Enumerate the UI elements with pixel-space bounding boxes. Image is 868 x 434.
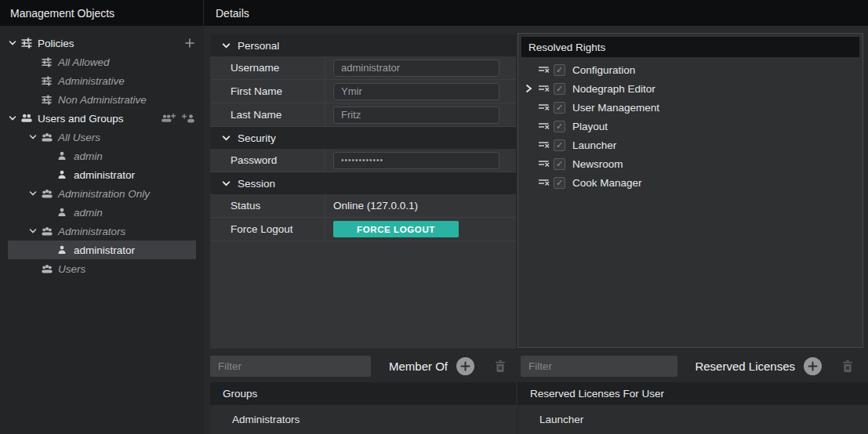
group-row[interactable]: Administrators xyxy=(210,405,516,434)
details-panel: Details Personal Username First Name Las… xyxy=(204,0,868,434)
tree-item-label: Administration Only xyxy=(58,188,150,200)
username-field[interactable] xyxy=(333,60,499,77)
right-item-newsroom[interactable]: Newsroom xyxy=(518,154,863,173)
tree-item-administrative[interactable]: Administrative xyxy=(0,71,204,90)
chevron-down-icon[interactable] xyxy=(8,38,20,48)
tree-item-administrator[interactable]: administrator xyxy=(0,165,204,184)
sidebar-header: Management Objects xyxy=(0,0,204,26)
tree-item-label: All Allowed xyxy=(58,56,110,68)
first-name-row: First Name xyxy=(210,80,516,103)
member-of-title: Member Of xyxy=(389,360,448,373)
right-item-launcher[interactable]: Launcher xyxy=(518,136,863,154)
chevron-down-icon[interactable] xyxy=(28,226,41,236)
tree-item-label: admin xyxy=(74,207,103,219)
password-field[interactable] xyxy=(333,152,499,169)
resolved-rights-title: Resolved Rights xyxy=(528,42,605,53)
checkbox-checked[interactable] xyxy=(554,64,565,76)
status-label: Status xyxy=(210,194,325,217)
right-item-nodegraph-editor[interactable]: Nodegraph Editor xyxy=(518,79,863,98)
right-icon xyxy=(537,63,554,76)
tree-item-policies[interactable]: Policies xyxy=(0,34,204,52)
checkbox-checked[interactable] xyxy=(554,83,565,95)
checkbox-checked[interactable] xyxy=(554,158,565,170)
user-form: Personal Username First Name Last Name S… xyxy=(210,34,516,349)
groups-list: Administrators xyxy=(210,405,516,434)
right-item-label: Configuration xyxy=(572,64,635,76)
add-license-button[interactable] xyxy=(804,357,822,375)
tree-item-label: Policies xyxy=(38,38,74,49)
right-icon xyxy=(537,139,554,151)
force-logout-button[interactable]: FORCE LOGOUT xyxy=(333,221,459,237)
tree-item-administrator-selected[interactable]: administrator xyxy=(8,241,196,259)
add-policy-button[interactable] xyxy=(184,38,195,49)
tree-item-non-administrative[interactable]: Non Administrative xyxy=(0,90,204,109)
tree-item-administrators[interactable]: Administrators xyxy=(0,222,204,241)
checkbox-checked[interactable] xyxy=(554,177,565,189)
chevron-down-icon[interactable] xyxy=(221,133,231,143)
tree-item-label: Non Administrative xyxy=(58,94,147,106)
chevron-right-icon[interactable] xyxy=(525,84,537,93)
last-name-field[interactable] xyxy=(333,107,499,124)
remove-member-button[interactable] xyxy=(494,360,507,373)
details-content: Personal Username First Name Last Name S… xyxy=(204,26,868,434)
tree-item-users[interactable]: Users xyxy=(0,259,204,278)
sliders-icon xyxy=(20,37,36,49)
reserved-licenses-filter-input[interactable] xyxy=(521,356,677,377)
management-objects-panel: Management Objects Policies All Allowed … xyxy=(0,0,204,434)
tree-item-users-and-groups[interactable]: Users and Groups xyxy=(0,109,204,128)
right-item-label: Newsroom xyxy=(572,158,623,170)
checkbox-checked[interactable] xyxy=(554,139,565,151)
chevron-down-icon[interactable] xyxy=(28,132,41,142)
right-item-label: Launcher xyxy=(572,139,616,151)
checkbox-checked[interactable] xyxy=(554,121,565,132)
first-name-field[interactable] xyxy=(333,83,499,100)
chevron-down-icon[interactable] xyxy=(221,179,231,189)
right-icon xyxy=(537,101,554,114)
username-row: Username xyxy=(210,56,516,80)
checkbox-checked[interactable] xyxy=(554,102,565,114)
chevron-down-icon[interactable] xyxy=(8,114,20,123)
right-item-playout[interactable]: Playout xyxy=(518,117,863,136)
add-group-button[interactable] xyxy=(161,113,176,125)
tree-item-label: Administrators xyxy=(58,226,125,237)
groups-list-header: Groups xyxy=(210,382,516,405)
reserved-licenses-list-header: Reserved Licenses For User xyxy=(518,382,868,405)
password-label: Password xyxy=(210,149,325,172)
sidebar-title: Management Objects xyxy=(10,7,114,20)
tree-item-administration-only[interactable]: Administration Only xyxy=(0,184,204,203)
member-of-section: Member Of Groups Administrators xyxy=(210,350,516,434)
member-of-toolbar: Member Of xyxy=(210,350,516,382)
reserved-licenses-toolbar: Reserved Licenses xyxy=(518,350,868,382)
tree-item-all-users[interactable]: All Users xyxy=(0,128,204,146)
tree-item-admin-2[interactable]: admin xyxy=(0,203,204,222)
groups-header-label: Groups xyxy=(223,388,257,400)
sliders-icon xyxy=(41,56,56,68)
resolved-rights-header: Resolved Rights xyxy=(521,37,859,57)
reserved-licenses-title: Reserved Licenses xyxy=(695,360,795,373)
resolved-rights-panel: Resolved Rights Configuration Nodegraph … xyxy=(518,33,863,348)
tree-item-all-allowed[interactable]: All Allowed xyxy=(0,52,204,71)
right-item-cook-manager[interactable]: Cook Manager xyxy=(518,173,863,192)
tree-item-admin[interactable]: admin xyxy=(0,146,204,165)
users-icon xyxy=(20,112,36,125)
last-name-row: Last Name xyxy=(210,103,516,127)
tree-item-label: administrator xyxy=(74,244,135,256)
add-user-button[interactable] xyxy=(182,113,195,125)
right-item-user-management[interactable]: User Management xyxy=(518,98,863,117)
section-security[interactable]: Security xyxy=(210,127,516,149)
license-row[interactable]: Launcher xyxy=(518,405,868,434)
add-member-button[interactable] xyxy=(456,357,474,375)
password-row: Password xyxy=(210,149,516,172)
details-title: Details xyxy=(216,7,249,20)
right-item-label: Playout xyxy=(572,121,608,132)
chevron-down-icon[interactable] xyxy=(221,41,231,51)
sliders-icon xyxy=(41,75,56,87)
chevron-down-icon[interactable] xyxy=(28,189,41,198)
section-session[interactable]: Session xyxy=(210,172,516,194)
member-of-filter-input[interactable] xyxy=(210,356,371,377)
right-item-configuration[interactable]: Configuration xyxy=(518,60,863,79)
remove-license-button[interactable] xyxy=(841,360,854,373)
section-personal[interactable]: Personal xyxy=(210,34,516,56)
tree-item-label: All Users xyxy=(58,132,100,143)
section-title: Security xyxy=(238,132,276,144)
